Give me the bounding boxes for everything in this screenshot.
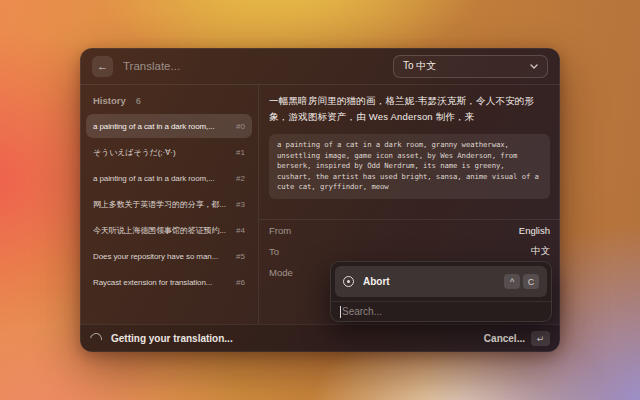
meta-value: 中文 xyxy=(531,245,550,258)
history-item-index: #5 xyxy=(236,252,245,261)
history-item-0[interactable]: a painting of a cat in a dark room,... #… xyxy=(86,114,252,138)
abort-icon xyxy=(343,276,354,287)
history-panel: History 6 a painting of a cat in a dark … xyxy=(80,85,258,324)
text-caret xyxy=(340,306,341,318)
history-item-3[interactable]: 网上多数关于英语学习的的分享，都... #3 xyxy=(86,192,252,216)
meta-label: Mode xyxy=(269,267,293,278)
meta-label: From xyxy=(269,225,291,236)
desktop-background: ← Translate... To 中文 History 6 a paintin… xyxy=(0,0,640,400)
history-item-text: 今天听说上海德国领事馆的签证预约... xyxy=(93,225,230,236)
cancel-label: Cancel... xyxy=(484,333,525,344)
history-item-index: #0 xyxy=(236,122,245,131)
ctrl-key: ^ xyxy=(504,274,520,289)
history-item-text: Does your repository have so man... xyxy=(93,252,230,261)
history-item-6[interactable]: Raycast extension for translation... #6 xyxy=(86,270,252,294)
action-search-row xyxy=(331,302,551,321)
target-language-label: To 中文 xyxy=(403,59,436,73)
action-menu-item-abort[interactable]: Abort ^ C xyxy=(335,266,547,297)
history-item-1[interactable]: そういえばそうだ(;·∀·) #1 xyxy=(86,140,252,164)
shortcut-keys: ^ C xyxy=(504,274,539,289)
history-item-index: #2 xyxy=(236,174,245,183)
history-item-text: a painting of a cat in a dark room,... xyxy=(93,174,230,183)
loading-spinner-icon xyxy=(88,330,105,347)
history-item-index: #4 xyxy=(236,226,245,235)
history-item-text: 网上多数关于英语学习的的分享，都... xyxy=(93,199,230,210)
history-item-index: #1 xyxy=(236,148,245,157)
action-menu: Abort ^ C xyxy=(330,261,552,322)
history-label: History xyxy=(93,95,126,106)
history-item-index: #3 xyxy=(236,200,245,209)
source-text-block: a painting of a cat in a dark room, gran… xyxy=(269,134,550,199)
meta-row-to: To 中文 xyxy=(269,241,550,262)
chevron-down-icon xyxy=(530,64,538,69)
window-header: ← Translate... To 中文 xyxy=(80,48,560,85)
status-bar: Getting your translation... Cancel... ↵ xyxy=(80,324,560,352)
action-search-input[interactable] xyxy=(342,306,542,317)
status-text: Getting your translation... xyxy=(111,333,233,344)
command-title: Translate... xyxy=(123,60,180,72)
history-item-text: a painting of a cat in a dark room,... xyxy=(93,122,230,131)
translation-result: 一幅黑暗房间里的猫的画，格兰妮·韦瑟沃克斯，令人不安的形象，游戏图标资产，由 W… xyxy=(269,93,550,125)
back-button[interactable]: ← xyxy=(92,56,113,77)
translate-window: ← Translate... To 中文 History 6 a paintin… xyxy=(80,48,560,352)
history-item-text: Raycast extension for translation... xyxy=(93,278,230,287)
return-key-icon: ↵ xyxy=(531,331,550,346)
abort-label: Abort xyxy=(363,276,390,287)
history-item-2[interactable]: a painting of a cat in a dark room,... #… xyxy=(86,166,252,190)
history-header: History 6 xyxy=(86,91,252,114)
back-arrow-icon: ← xyxy=(97,61,108,72)
meta-row-from: From English xyxy=(269,220,550,241)
cancel-button[interactable]: Cancel... ↵ xyxy=(484,331,550,346)
history-item-4[interactable]: 今天听说上海德国领事馆的签证预约... #4 xyxy=(86,218,252,242)
history-item-text: そういえばそうだ(;·∀·) xyxy=(93,147,230,158)
target-language-dropdown[interactable]: To 中文 xyxy=(393,55,548,78)
meta-label: To xyxy=(269,246,279,257)
history-count: 6 xyxy=(136,95,141,106)
history-item-index: #6 xyxy=(236,278,245,287)
c-key: C xyxy=(523,274,539,289)
meta-value: English xyxy=(519,225,550,236)
history-item-5[interactable]: Does your repository have so man... #5 xyxy=(86,244,252,268)
